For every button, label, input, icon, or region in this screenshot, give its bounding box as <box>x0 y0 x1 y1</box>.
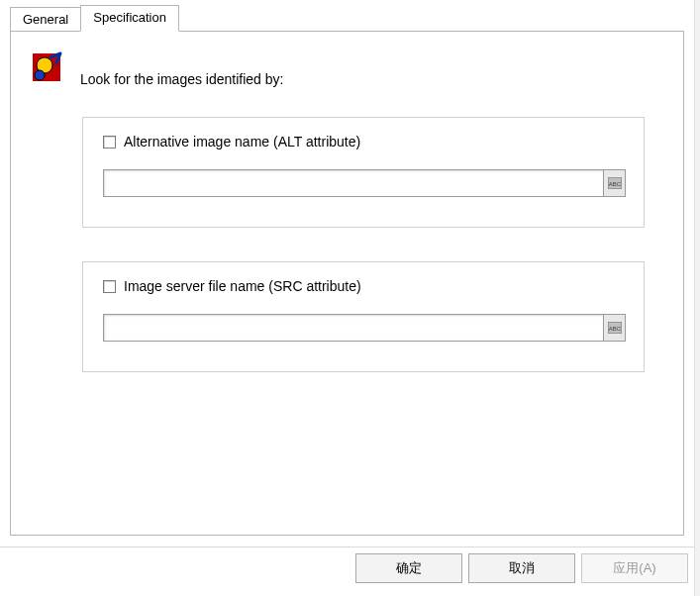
svg-text:ABC: ABC <box>608 181 621 187</box>
alt-input[interactable] <box>103 169 604 197</box>
dialog-button-bar: 确定 取消 应用(A) <box>0 546 694 588</box>
tab-specification-label: Specification <box>93 10 166 25</box>
tab-general-label: General <box>23 12 68 27</box>
src-checkbox-row: Image server file name (SRC attribute) <box>103 278 361 294</box>
group-alt-attribute: Alternative image name (ALT attribute) A… <box>82 117 645 228</box>
src-input-wrap: ABC <box>103 314 626 342</box>
src-checkbox-label: Image server file name (SRC attribute) <box>124 278 361 294</box>
ok-button[interactable]: 确定 <box>355 553 462 583</box>
apply-button-label: 应用(A) <box>613 559 655 577</box>
dialog-root: General Specification Look for the image… <box>0 0 700 596</box>
alt-input-helper-button[interactable]: ABC <box>604 169 626 197</box>
src-checkbox[interactable] <box>103 280 116 293</box>
alt-input-wrap: ABC <box>103 169 626 197</box>
cancel-button-label: 取消 <box>509 559 535 577</box>
intro-text: Look for the images identified by: <box>80 71 283 87</box>
right-rail <box>694 0 700 596</box>
alt-checkbox[interactable] <box>103 136 116 149</box>
tab-general[interactable]: General <box>10 7 81 33</box>
apply-button[interactable]: 应用(A) <box>581 553 688 583</box>
spec-icon <box>31 51 64 85</box>
tab-content: Look for the images identified by: Alter… <box>10 31 684 536</box>
svg-text:ABC: ABC <box>608 326 621 332</box>
src-input-helper-button[interactable]: ABC <box>604 314 626 342</box>
abc-helper-icon: ABC <box>608 177 622 189</box>
src-input[interactable] <box>103 314 604 342</box>
cancel-button[interactable]: 取消 <box>468 553 575 583</box>
alt-checkbox-row: Alternative image name (ALT attribute) <box>103 134 360 149</box>
ok-button-label: 确定 <box>396 559 422 577</box>
tab-strip: General Specification <box>10 6 178 32</box>
abc-helper-icon: ABC <box>608 322 622 334</box>
tab-specification[interactable]: Specification <box>80 5 179 32</box>
group-src-attribute: Image server file name (SRC attribute) A… <box>82 261 645 372</box>
svg-point-3 <box>35 70 45 80</box>
alt-checkbox-label: Alternative image name (ALT attribute) <box>124 134 360 149</box>
